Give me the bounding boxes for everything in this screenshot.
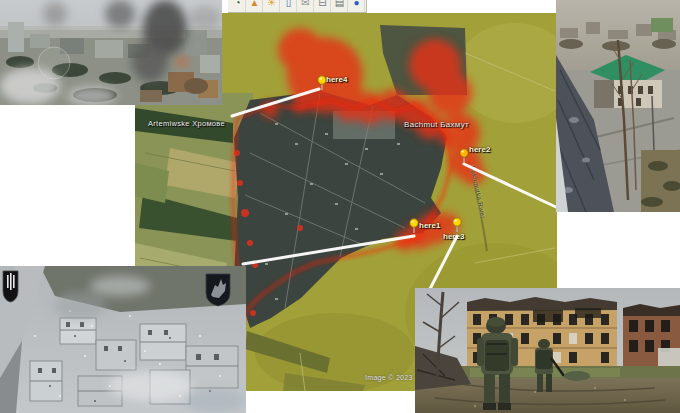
historical-imagery-icon[interactable]: ◔ xyxy=(230,0,246,12)
google-maps-globe-icon[interactable]: ● xyxy=(349,0,365,12)
placemark-pin-here3[interactable] xyxy=(451,217,463,233)
save-image-icon[interactable]: ▤ xyxy=(332,0,348,12)
watermark-circle xyxy=(38,47,70,79)
soldiers-ruined-building-photo xyxy=(415,288,680,413)
wolf-emblem-badge xyxy=(206,274,230,306)
print-icon[interactable]: ⊟ xyxy=(315,0,331,12)
google-earth-toolbar: ◔ ▲ ☀ ▯ ✉ ⊟ ▤ ● xyxy=(228,0,367,13)
placemark-pin-here4[interactable] xyxy=(316,75,328,91)
email-icon[interactable]: ✉ xyxy=(298,0,314,12)
unit-shield-badge xyxy=(3,271,18,302)
placemark-pin-here1[interactable] xyxy=(408,218,420,234)
ruler-icon[interactable]: ▯ xyxy=(281,0,297,12)
rooftop-street-view-photo xyxy=(556,0,680,212)
placemark-pin-here2[interactable] xyxy=(458,148,470,164)
sunlight-icon[interactable]: ▲ xyxy=(247,0,263,12)
aerial-city-smoke-photo xyxy=(0,0,222,105)
sky-planets-icon[interactable]: ☀ xyxy=(264,0,280,12)
drone-grayscale-ruins-photo xyxy=(0,266,246,413)
